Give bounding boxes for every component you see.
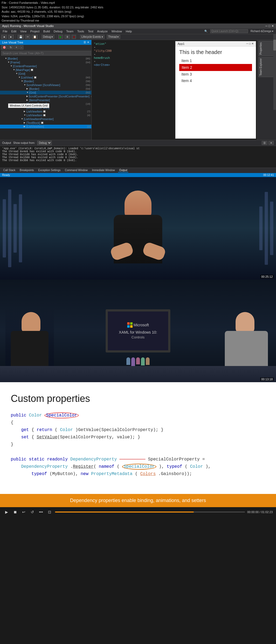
lvt-close-btn[interactable]: ✕	[87, 41, 89, 44]
menu-view[interactable]: View	[19, 29, 28, 33]
tree-arrow: ▶	[24, 110, 26, 113]
toolbar-sep4	[78, 35, 78, 39]
vs-main-area: Live Visual Tree ☰ ✕ 🎯 ↻ + - Windows.UI.…	[0, 40, 276, 140]
tree-item-mainpage[interactable]: ▼ [MainPage] 🔲	[0, 68, 91, 72]
tree-item-listviewitempresenter[interactable]: ▼ [ListViewItemPresenter]	[0, 117, 91, 121]
tab-output[interactable]: Output	[118, 168, 128, 172]
output-source-select[interactable]: Debug	[37, 141, 52, 145]
app-close-btn[interactable]: ✕	[251, 42, 254, 45]
menu-file[interactable]: File	[1, 29, 9, 33]
tree-item-listviewitem2[interactable]: ▼ ListViewItem 🔲 (4)	[0, 113, 91, 117]
media-skip-btn[interactable]: ↺	[29, 509, 36, 515]
code-line-3: get { return ( Color )GetValue(SpecialCo…	[11, 426, 265, 434]
lvt-search-input[interactable]	[1, 51, 92, 56]
lvt-collapse-btn[interactable]: -	[19, 45, 23, 49]
tab-command-window[interactable]: Command Window	[64, 168, 89, 172]
menu-window[interactable]: Window	[110, 29, 123, 33]
tab-call-stack[interactable]: Call Stack	[2, 168, 16, 172]
video-section-1: 00:25:12	[0, 177, 276, 280]
tree-item-scrollcontentpresenter[interactable]: ▶ ScrollContentPresenter [ScrollContentP…	[0, 94, 91, 98]
lvt-refresh-btn[interactable]: ↻	[8, 45, 13, 49]
menu-edit[interactable]: Edit	[10, 29, 18, 33]
output-close-btn[interactable]: ✕	[268, 141, 274, 145]
ms-sq-yellow	[130, 325, 133, 328]
tree-arrow: ▶	[24, 125, 26, 128]
tree-arrow: ▶	[26, 99, 29, 101]
media-more-btn[interactable]: •••	[38, 509, 44, 515]
code-section: Custom properties public Color SpecialCo…	[0, 382, 276, 494]
scrollbar-thumb[interactable]	[273, 40, 276, 50]
tree-item-textblock[interactable]: ▶ [TextBlock] 🔲	[0, 121, 91, 125]
media-stop-btn[interactable]: ⏹	[12, 509, 18, 515]
lvt-pick-element-btn[interactable]: 🎯	[1, 45, 8, 49]
list-item-4[interactable]: Item 4	[179, 77, 252, 84]
code-line-1: public Color SpecialColor	[11, 412, 265, 419]
lvt-expand-btn[interactable]: +	[14, 45, 19, 49]
toolbar-pause-btn[interactable]: ⏸	[64, 35, 70, 39]
output-options-btn[interactable]: ☰	[262, 141, 267, 145]
right-scrollbar[interactable]	[273, 34, 276, 110]
tree-item-listview[interactable]: ▼ [ListView] 🔲 (60)	[0, 76, 91, 79]
tree-item-listviewitem1[interactable]: ▶ ListViewItem 🔲 (7)	[0, 110, 91, 113]
toolbar-sep3	[56, 35, 56, 39]
tree-item-border2[interactable]: ▼ [Border] (58)	[0, 79, 91, 83]
tree-item-frame[interactable]: ▼ [Frame] (64)	[0, 60, 91, 64]
media-play-btn[interactable]: ▶	[3, 509, 10, 515]
toolbar-copy-btn[interactable]: 📋	[32, 35, 38, 39]
tree-item-contentpresenter[interactable]: ▼ [ContentPresenter]	[0, 64, 91, 68]
tree-item-grid-selected[interactable]: ▼ [Grid] (52)	[0, 91, 91, 94]
tab-breakpoints[interactable]: Breakpoints	[19, 168, 35, 172]
list-item-2[interactable]: Item 2	[179, 64, 252, 71]
menu-project[interactable]: Project	[29, 29, 41, 33]
menu-analyze[interactable]: Analyze	[95, 29, 109, 33]
list-item-3[interactable]: Item 3	[179, 71, 252, 77]
toolbar-run-btn[interactable]: ▶	[58, 35, 63, 39]
vs-minimize-btn[interactable]: ─	[265, 24, 268, 28]
thread-dropdown[interactable]: Thread ▾	[107, 35, 120, 39]
figurine-4	[141, 357, 145, 365]
toolbar-forward-btn[interactable]: ►	[8, 35, 14, 39]
list-item-1[interactable]: Item 1	[179, 57, 252, 64]
media-progress-bar[interactable]	[55, 511, 245, 513]
menu-debug[interactable]: Debug	[52, 29, 64, 33]
vs-clock: 00:12:41	[263, 174, 274, 177]
lvt-options-btn[interactable]: ☰	[84, 41, 86, 44]
tab-exception-settings[interactable]: Exception Settings	[37, 168, 62, 172]
toolbar-save-btn[interactable]: 💾	[18, 35, 24, 39]
tree-item-border[interactable]: ▼ [Border] (85)	[0, 57, 91, 60]
tree-item-border3[interactable]: ▶ [Border] (54)	[0, 87, 91, 91]
app-preview-title-bar: App1 ─ □ ✕	[175, 41, 256, 46]
menu-team[interactable]: Team	[65, 29, 75, 33]
menu-build[interactable]: Build	[42, 29, 51, 33]
toolbar-stop-btn[interactable]: ■	[71, 35, 76, 39]
tab-immediate-window[interactable]: Immediate Window	[91, 168, 116, 172]
vs-maximize-btn[interactable]: □	[268, 24, 270, 28]
output-line-1: 'App.exe' (CoreCLR: CoreCLR_UWP_Domain):…	[2, 147, 274, 150]
bg-bar-r3	[259, 206, 263, 250]
microsoft-text: Microsoft	[134, 323, 149, 327]
app-minimize-btn[interactable]: ─	[246, 42, 248, 45]
tree-item-itemspresenter[interactable]: ▶ [ItemsPresenter]	[0, 98, 91, 102]
monitor-display: Microsoft XAML for Windows 10: Controls	[106, 309, 170, 352]
toolbar-cut-btn[interactable]: ✂	[25, 35, 30, 39]
debug-dropdown[interactable]: Debug ▾	[42, 35, 54, 39]
team-explorer-tab[interactable]: Team Explorer	[258, 57, 275, 77]
app-preview-window: App1 ─ □ ✕ This is the header Item 1	[175, 41, 256, 139]
quick-launch-input[interactable]	[210, 29, 248, 33]
toolbar-back-btn[interactable]: ◄	[1, 35, 7, 39]
tree-item-listviewitem3[interactable]: ▶ [ListViewItem] (2)	[0, 125, 91, 128]
vs-close-btn[interactable]: ✕	[271, 24, 274, 28]
file-info-line5: Generated by Thumbnail me	[2, 18, 274, 23]
media-caption-btn[interactable]: ⊡	[46, 509, 53, 515]
app-preview-body: This is the header Item 1 Item 2 Item 3 …	[175, 46, 256, 138]
menu-tools[interactable]: Tools	[75, 29, 86, 33]
tree-item-grid1[interactable]: ▼ [Grid]	[0, 72, 91, 76]
media-rewind-btn[interactable]: ↩	[20, 509, 27, 515]
menu-test[interactable]: Test	[86, 29, 95, 33]
menu-help[interactable]: Help	[124, 29, 134, 33]
lifecycle-dropdown[interactable]: Lifecycle Events ▾	[80, 35, 104, 39]
app-maximize-btn[interactable]: □	[249, 42, 251, 45]
tree-item-scrollviewer[interactable]: ▼ ScrollViewer [ScrollViewer] (56)	[0, 83, 91, 87]
properties-tab[interactable]: Properties	[258, 41, 275, 56]
tree-arrow: ▼	[26, 91, 29, 94]
